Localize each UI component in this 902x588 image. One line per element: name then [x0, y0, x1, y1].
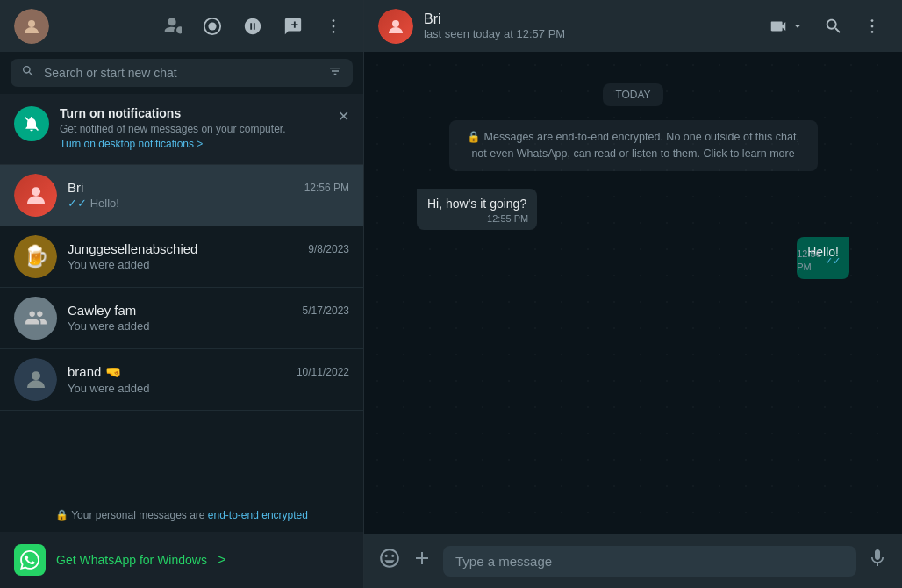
chat-avatar-brand — [14, 358, 57, 401]
microphone-button[interactable] — [867, 548, 888, 574]
chat-name-cawley-fam: Cawley fam — [68, 303, 136, 318]
chat-header-icons — [762, 11, 888, 42]
status-icon[interactable] — [197, 11, 228, 42]
chat-info-cawley-fam: Cawley fam 5/17/2023 You were added — [68, 303, 349, 333]
chat-time-bri: 12:56 PM — [304, 182, 349, 194]
search-input[interactable] — [44, 66, 319, 80]
chat-header-status: last seen today at 12:57 PM — [424, 27, 751, 40]
svg-point-3 — [333, 19, 335, 22]
svg-point-10 — [871, 19, 874, 22]
message-time-sent-1: 12:56 PM ✓✓ — [797, 247, 841, 275]
message-text-received-1: Hi, how's it going? — [427, 197, 526, 211]
svg-point-8 — [32, 371, 40, 380]
chat-avatar-cawley-fam — [14, 297, 57, 340]
notification-content: Turn on notifications Get notified of ne… — [60, 106, 327, 152]
whatsapp-logo — [14, 544, 46, 576]
chat-item-bri[interactable]: Bri 12:56 PM ✓✓ Hello! — [0, 165, 363, 226]
chat-header-name: Bri — [424, 11, 751, 27]
search-bar — [0, 52, 363, 94]
double-tick-icon: ✓✓ — [825, 255, 841, 268]
svg-point-5 — [333, 31, 335, 33]
svg-point-11 — [871, 25, 874, 27]
chat-item-junggesellenabschied[interactable]: 🍺 Junggesellenabschied 9/8/2023 You were… — [0, 226, 363, 288]
encryption-notice: 🔒 Your personal messages are end-to-end … — [14, 509, 349, 521]
chat-preview-cawley-fam: You were added — [68, 319, 349, 333]
tick-icon: ✓✓ — [68, 197, 90, 210]
chat-header-avatar[interactable] — [378, 9, 413, 44]
chat-info-junggesellenabschied: Junggesellenabschied 9/8/2023 You were a… — [68, 241, 349, 271]
svg-point-9 — [392, 20, 399, 27]
chat-avatar-bri — [14, 174, 57, 217]
svg-point-4 — [333, 25, 335, 27]
encryption-link[interactable]: end-to-end encrypted — [208, 509, 308, 521]
notification-bell-icon — [14, 106, 49, 141]
user-avatar[interactable] — [14, 9, 49, 44]
menu-icon[interactable] — [318, 11, 349, 42]
chat-time-junggesellenabschied: 9/8/2023 — [308, 243, 349, 255]
chat-list: Bri 12:56 PM ✓✓ Hello! 🍺 Junggesellenabs… — [0, 165, 363, 498]
chat-header: Bri last seen today at 12:57 PM — [364, 0, 902, 52]
bubble-sent-1: Hello! 12:56 PM ✓✓ — [797, 237, 849, 279]
notification-banner: Turn on notifications Get notified of ne… — [0, 94, 363, 165]
notification-close-icon[interactable]: ✕ — [338, 108, 349, 125]
message-input[interactable] — [443, 546, 856, 577]
notification-link[interactable]: Turn on desktop notifications > — [60, 138, 203, 150]
chat-header-info[interactable]: Bri last seen today at 12:57 PM — [424, 11, 751, 40]
chat-preview-brand: You were added — [68, 382, 349, 395]
chat-name-bri: Bri — [68, 180, 83, 195]
search-messages-icon[interactable] — [818, 11, 849, 42]
chat-item-brand[interactable]: brand 🤜 10/11/2022 You were added — [0, 349, 363, 411]
message-time-received-1: 12:55 PM — [487, 212, 528, 226]
whatsapp-promo[interactable]: Get WhatsApp for Windows > — [0, 532, 363, 588]
left-panel: Turn on notifications Get notified of ne… — [0, 0, 364, 588]
chat-background: TODAY 🔒 Messages are end-to-end encrypte… — [364, 52, 902, 534]
emoji-button[interactable] — [378, 547, 401, 575]
promo-text: Get WhatsApp for Windows — [56, 553, 207, 567]
promo-arrow-icon: > — [218, 552, 226, 568]
svg-point-2 — [208, 22, 216, 30]
chat-info-brand: brand 🤜 10/11/2022 You were added — [68, 364, 349, 395]
attach-button[interactable] — [412, 548, 433, 574]
message-sent-1: Hello! 12:56 PM ✓✓ — [417, 237, 849, 279]
community-icon[interactable] — [156, 11, 188, 42]
encrypted-notice[interactable]: 🔒 Messages are end-to-end encrypted. No … — [449, 120, 818, 171]
notification-description: Get notified of new messages on your com… — [60, 122, 327, 152]
right-panel: Bri last seen today at 12:57 PM TODAY 🔒 … — [364, 0, 902, 588]
left-header — [0, 0, 363, 52]
chat-preview-junggesellenabschied: You were added — [68, 258, 349, 271]
video-call-button[interactable] — [762, 11, 811, 41]
channels-icon[interactable] — [237, 11, 268, 42]
message-received-1: Hi, how's it going? 12:55 PM — [417, 189, 849, 231]
chat-name-brand: brand 🤜 — [68, 364, 122, 380]
svg-point-7 — [32, 187, 40, 196]
notification-title: Turn on notifications — [60, 106, 327, 120]
left-header-icons — [156, 11, 349, 42]
chat-time-brand: 10/11/2022 — [297, 366, 349, 378]
today-badge: TODAY — [603, 83, 662, 106]
svg-point-0 — [28, 20, 35, 27]
filter-icon[interactable] — [328, 64, 342, 82]
svg-point-12 — [871, 31, 874, 33]
chat-input-area — [364, 534, 902, 588]
chat-item-cawley-fam[interactable]: Cawley fam 5/17/2023 You were added — [0, 288, 363, 349]
chat-info-bri: Bri 12:56 PM ✓✓ Hello! — [68, 180, 349, 210]
chat-preview-bri: ✓✓ Hello! — [68, 197, 349, 210]
new-chat-icon[interactable] — [277, 11, 309, 42]
chat-avatar-junggesellenabschied: 🍺 — [14, 235, 57, 278]
search-icon — [21, 64, 35, 82]
bubble-received-1: Hi, how's it going? 12:55 PM — [417, 189, 537, 231]
chat-menu-icon[interactable] — [856, 11, 888, 42]
today-divider: TODAY — [417, 83, 849, 106]
left-footer: 🔒 Your personal messages are end-to-end … — [0, 498, 363, 532]
chat-name-junggesellenabschied: Junggesellenabschied — [68, 241, 197, 256]
chat-time-cawley-fam: 5/17/2023 — [303, 305, 349, 317]
